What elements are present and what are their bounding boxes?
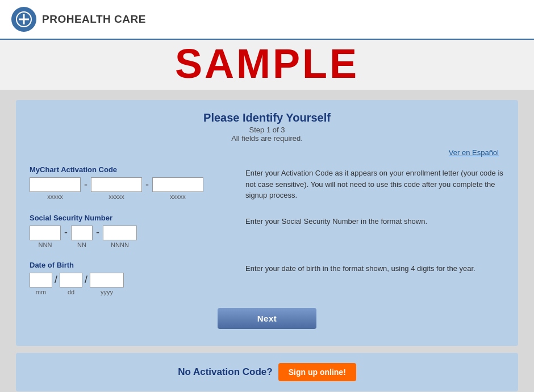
dob-label: Date of Birth	[30, 261, 234, 269]
activation-input-3[interactable]	[152, 177, 203, 192]
no-code-text: No Activation Code?	[178, 366, 273, 378]
brand-name: ProHealth Care	[42, 13, 146, 26]
dob-hint-yyyy: yyyy	[101, 289, 113, 295]
no-activation-bar: No Activation Code? Sign up online!	[16, 353, 518, 391]
ssn-input-3[interactable]	[103, 226, 137, 240]
next-button-row: Next	[30, 308, 504, 329]
dob-input-yyyy[interactable]	[90, 273, 124, 287]
activation-code-section: MyChart Activation Code xxxxx - xxxxx - …	[30, 165, 504, 201]
activation-input-2[interactable]	[91, 177, 142, 192]
ssn-hint-2: NN	[77, 241, 86, 248]
ssn-dash-2: -	[96, 227, 99, 247]
activation-hint-3: xxxxx	[170, 193, 186, 200]
spanish-link[interactable]: Ver en Español	[449, 148, 499, 157]
sample-watermark: SAMPLE	[0, 43, 534, 84]
language-link-container[interactable]: Ver en Español	[30, 147, 499, 157]
dob-yyyy-group: yyyy	[90, 273, 124, 295]
activation-field-1-group: xxxxx	[30, 177, 81, 200]
ssn-field-2-group: NN	[71, 226, 93, 248]
dob-hint-mm: mm	[36, 289, 46, 295]
dash-2: -	[145, 179, 149, 199]
activation-fields: xxxxx - xxxxx - xxxxx	[30, 177, 234, 200]
activation-code-description: Enter your Activation Code as it appears…	[245, 165, 504, 201]
card-required: All fields are required.	[30, 134, 504, 143]
ssn-left: Social Security Number NNN - NN - NNNN	[30, 214, 245, 248]
ssn-description: Enter your Social Security Number in the…	[245, 214, 504, 227]
ssn-field-1-group: NNN	[30, 226, 61, 248]
dob-input-dd[interactable]	[60, 273, 82, 287]
dob-fields: mm / dd / yyyy	[30, 273, 234, 295]
ssn-hint-1: NNN	[39, 241, 52, 248]
ssn-section: Social Security Number NNN - NN - NNNN	[30, 214, 504, 248]
dob-input-mm[interactable]	[30, 273, 52, 287]
ssn-dash-1: -	[64, 227, 68, 247]
identity-card: Please Identify Yourself Step 1 of 3 All…	[16, 100, 518, 346]
dob-dd-group: dd	[60, 273, 82, 295]
activation-field-3-group: xxxxx	[152, 177, 203, 200]
dob-description: Enter your date of birth in the format s…	[245, 261, 504, 274]
activation-field-2-group: xxxxx	[91, 177, 142, 200]
ssn-label: Social Security Number	[30, 214, 234, 222]
card-step: Step 1 of 3	[30, 126, 504, 134]
ssn-input-2[interactable]	[71, 226, 93, 240]
ssn-fields: NNN - NN - NNNN	[30, 226, 234, 248]
logo-icon	[11, 7, 36, 32]
activation-input-1[interactable]	[30, 177, 81, 192]
next-button[interactable]: Next	[218, 308, 317, 329]
sample-banner: SAMPLE	[0, 40, 534, 90]
activation-code-label: MyChart Activation Code	[30, 165, 234, 174]
ssn-hint-3: NNNN	[111, 241, 129, 248]
dob-left: Date of Birth mm / dd / yyyy	[30, 261, 245, 295]
signup-button[interactable]: Sign up online!	[278, 363, 356, 381]
dob-section: Date of Birth mm / dd / yyyy	[30, 261, 504, 295]
main-content: Please Identify Yourself Step 1 of 3 All…	[0, 90, 534, 392]
dob-slash-2: /	[85, 274, 87, 294]
activation-hint-2: xxxxx	[109, 193, 124, 200]
ssn-field-3-group: NNNN	[103, 226, 137, 248]
activation-hint-1: xxxxx	[47, 193, 63, 200]
ssn-input-1[interactable]	[30, 226, 61, 240]
dob-mm-group: mm	[30, 273, 52, 295]
dob-hint-dd: dd	[68, 289, 74, 295]
page-header: ProHealth Care	[0, 0, 534, 40]
dob-slash-1: /	[55, 274, 57, 294]
card-title: Please Identify Yourself	[30, 111, 504, 124]
activation-code-left: MyChart Activation Code xxxxx - xxxxx - …	[30, 165, 245, 200]
dash-1: -	[84, 179, 87, 199]
